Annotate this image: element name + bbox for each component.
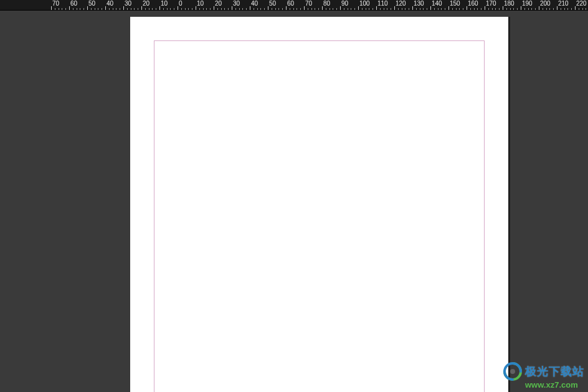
ruler-tick-minor xyxy=(470,8,471,10)
ruler-tick-label: 60 xyxy=(287,0,294,7)
ruler-tick-minor xyxy=(95,8,95,10)
ruler-tick-minor xyxy=(492,8,493,10)
ruler-tick-major xyxy=(87,6,88,10)
ruler-tick-major xyxy=(196,6,196,10)
ruler-tick-major xyxy=(123,6,124,10)
ruler-tick-minor xyxy=(434,8,435,10)
ruler-tick-minor xyxy=(127,8,128,10)
ruler-tick-major xyxy=(430,6,431,10)
ruler-tick-minor xyxy=(495,8,496,10)
ruler-tick-label: 20 xyxy=(143,0,149,7)
ruler-tick-label: 40 xyxy=(251,0,258,7)
ruler-tick-major xyxy=(521,6,521,10)
ruler-tick-major xyxy=(485,6,485,10)
ruler-tick-minor xyxy=(293,8,294,10)
ruler-tick-minor xyxy=(318,8,319,10)
ruler-tick-minor xyxy=(344,8,344,10)
ruler-tick-minor xyxy=(452,8,453,10)
ruler-tick-minor xyxy=(59,8,59,10)
ruler-tick-major xyxy=(69,6,70,10)
ruler-tick-minor xyxy=(98,8,98,10)
ruler-tick-minor xyxy=(109,8,110,10)
ruler-tick-major xyxy=(467,6,467,10)
ruler-tick-minor xyxy=(83,8,84,10)
ruler-tick-label: 160 xyxy=(468,0,478,7)
ruler-tick-label: 180 xyxy=(504,0,514,7)
ruler-tick-minor xyxy=(300,8,301,10)
ruler-tick-minor xyxy=(188,8,189,10)
ruler-tick-minor xyxy=(571,8,572,10)
ruler-tick-minor xyxy=(315,8,315,10)
ruler-tick-label: 50 xyxy=(88,0,95,7)
ruler-tick-minor xyxy=(586,8,586,10)
ruler-tick-minor xyxy=(445,8,445,10)
ruler-tick-minor xyxy=(567,8,568,10)
ruler-tick-minor xyxy=(181,8,182,10)
ruler-tick-minor xyxy=(242,8,243,10)
ruler-tick-minor xyxy=(438,8,439,10)
ruler-tick-minor xyxy=(528,8,529,10)
ruler-tick-minor xyxy=(362,8,363,10)
ruler-tick-minor xyxy=(254,8,254,10)
ruler-tick-major xyxy=(178,6,178,10)
ruler-tick-minor xyxy=(463,8,463,10)
ruler-tick-minor xyxy=(163,8,164,10)
ruler-tick-minor xyxy=(336,8,337,10)
ruler-tick-minor xyxy=(441,8,442,10)
ruler-tick-minor xyxy=(167,8,168,10)
ruler-tick-minor xyxy=(553,8,554,10)
ruler-tick-minor xyxy=(174,8,174,10)
ruler-tick-label: 200 xyxy=(540,0,551,7)
document-workspace[interactable] xyxy=(0,11,588,392)
ruler-tick-minor xyxy=(420,8,420,10)
ruler-tick-minor xyxy=(113,8,113,10)
ruler-tick-major xyxy=(340,6,341,10)
ruler-track: 7060504030201001020304050607080901001101… xyxy=(0,0,588,10)
ruler-tick-label: 20 xyxy=(215,0,222,7)
ruler-tick-minor xyxy=(351,8,351,10)
ruler-tick-minor xyxy=(311,8,312,10)
ruler-tick-minor xyxy=(543,8,543,10)
ruler-tick-minor xyxy=(170,8,171,10)
horizontal-ruler[interactable]: 7060504030201001020304050607080901001101… xyxy=(0,0,588,11)
ruler-tick-minor xyxy=(102,8,102,10)
ruler-tick-minor xyxy=(221,8,222,10)
ruler-tick-minor xyxy=(380,8,381,10)
ruler-tick-major xyxy=(141,6,142,10)
ruler-tick-label: 110 xyxy=(377,0,388,7)
ruler-tick-minor xyxy=(290,8,290,10)
ruler-tick-major xyxy=(232,6,232,10)
ruler-tick-minor xyxy=(145,8,146,10)
ruler-tick-minor xyxy=(257,8,258,10)
ruler-tick-minor xyxy=(138,8,138,10)
ruler-tick-major xyxy=(105,6,106,10)
ruler-tick-minor xyxy=(506,8,507,10)
ruler-tick-major xyxy=(503,6,503,10)
ruler-tick-label: 60 xyxy=(70,0,77,7)
ruler-tick-minor xyxy=(510,8,511,10)
ruler-tick-minor xyxy=(481,8,481,10)
ruler-tick-minor xyxy=(156,8,156,10)
ruler-tick-minor xyxy=(561,8,561,10)
ruler-tick-minor xyxy=(73,8,74,10)
ruler-tick-minor xyxy=(391,8,391,10)
ruler-tick-minor xyxy=(409,8,409,10)
ruler-tick-minor xyxy=(477,8,478,10)
ruler-tick-minor xyxy=(65,8,66,10)
ruler-tick-major xyxy=(394,6,395,10)
ruler-tick-minor xyxy=(77,8,77,10)
ruler-tick-minor xyxy=(217,8,218,10)
ruler-tick-major xyxy=(159,6,160,10)
ruler-tick-minor xyxy=(149,8,149,10)
ruler-tick-minor xyxy=(398,8,399,10)
ruler-tick-major xyxy=(51,6,52,10)
ruler-tick-minor xyxy=(427,8,427,10)
ruler-tick-label: 40 xyxy=(107,0,113,7)
ruler-tick-minor xyxy=(384,8,384,10)
ruler-tick-minor xyxy=(278,8,279,10)
ruler-tick-minor xyxy=(264,8,265,10)
ruler-tick-minor xyxy=(579,8,579,10)
ruler-tick-minor xyxy=(131,8,131,10)
page-canvas[interactable] xyxy=(130,17,508,392)
ruler-tick-minor xyxy=(282,8,283,10)
